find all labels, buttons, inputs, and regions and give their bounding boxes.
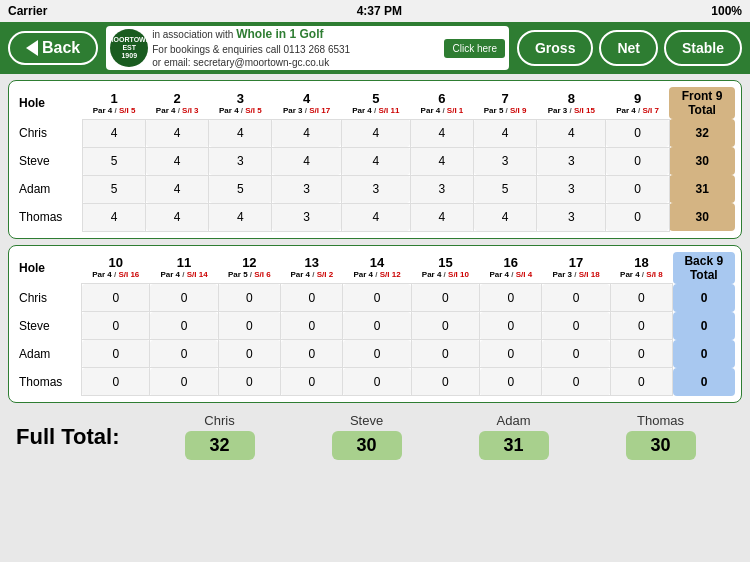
score-cell[interactable]: 0	[480, 284, 542, 312]
score-cell[interactable]: 0	[480, 368, 542, 396]
score-cell[interactable]: 0	[606, 175, 669, 203]
score-cell[interactable]: 0	[606, 147, 669, 175]
score-cell[interactable]: 0	[218, 284, 280, 312]
score-cell[interactable]: 5	[82, 175, 145, 203]
score-cell[interactable]: 3	[474, 147, 537, 175]
ad-logo: MOORTOWNEST1909	[110, 29, 148, 67]
score-cell[interactable]: 4	[410, 119, 473, 147]
full-total-label: Full Total:	[16, 424, 146, 450]
ad-brand: Whole in 1 Golf	[236, 27, 323, 41]
score-cell[interactable]: 0	[610, 312, 672, 340]
hole-label-back: Hole	[15, 252, 82, 284]
score-cell[interactable]: 4	[82, 119, 145, 147]
score-cell[interactable]: 0	[480, 340, 542, 368]
score-cell[interactable]: 3	[537, 147, 606, 175]
score-cell[interactable]: 5	[82, 147, 145, 175]
score-cell[interactable]: 0	[343, 340, 411, 368]
stable-button[interactable]: Stable	[664, 30, 742, 66]
score-cell[interactable]: 0	[610, 368, 672, 396]
score-cell[interactable]: 4	[146, 175, 209, 203]
score-cell[interactable]: 0	[411, 368, 479, 396]
score-cell[interactable]: 4	[474, 203, 537, 231]
score-cell[interactable]: 3	[341, 175, 410, 203]
score-cell[interactable]: 0	[411, 284, 479, 312]
score-cell[interactable]: 3	[537, 203, 606, 231]
score-cell[interactable]: 0	[150, 368, 218, 396]
score-cell[interactable]: 0	[343, 368, 411, 396]
score-cell[interactable]: 0	[281, 312, 343, 340]
player-name: Thomas	[15, 203, 82, 231]
score-cell[interactable]: 0	[480, 312, 542, 340]
score-cell[interactable]: 5	[209, 175, 272, 203]
front9-total-cell: 32	[669, 119, 735, 147]
ad-association: in association with	[152, 29, 236, 40]
score-cell[interactable]: 0	[606, 203, 669, 231]
score-cell[interactable]: 0	[281, 340, 343, 368]
score-cell[interactable]: 0	[82, 284, 150, 312]
score-cell[interactable]: 5	[474, 175, 537, 203]
score-cell[interactable]: 4	[209, 119, 272, 147]
score-cell[interactable]: 0	[542, 340, 610, 368]
score-cell[interactable]: 4	[341, 203, 410, 231]
score-cell[interactable]: 0	[343, 312, 411, 340]
back9-table: Hole 10Par 4 / S/I 16 11Par 4 / S/I 14 1…	[15, 252, 735, 397]
score-cell[interactable]: 3	[209, 147, 272, 175]
score-cell[interactable]: 0	[542, 368, 610, 396]
score-cell[interactable]: 4	[146, 203, 209, 231]
score-cell[interactable]: 0	[150, 340, 218, 368]
score-cell[interactable]: 0	[281, 284, 343, 312]
score-cell[interactable]: 3	[410, 175, 473, 203]
score-cell[interactable]: 0	[218, 368, 280, 396]
score-cell[interactable]: 3	[272, 203, 341, 231]
score-cell[interactable]: 0	[218, 312, 280, 340]
click-here-button[interactable]: Click here	[444, 39, 504, 58]
score-cell[interactable]: 4	[82, 203, 145, 231]
score-cell[interactable]: 0	[610, 340, 672, 368]
score-cell[interactable]: 4	[209, 203, 272, 231]
score-cell[interactable]: 0	[542, 284, 610, 312]
player-total-score: 30	[332, 431, 402, 460]
player-total-score: 30	[626, 431, 696, 460]
score-cell[interactable]: 0	[82, 312, 150, 340]
score-cell[interactable]: 0	[411, 312, 479, 340]
ad-logo-text: MOORTOWNEST1909	[108, 36, 151, 59]
battery-text: 100%	[711, 4, 742, 18]
score-cell[interactable]: 0	[281, 368, 343, 396]
score-cell[interactable]: 0	[411, 340, 479, 368]
hole-16-header: 16Par 4 / S/I 4	[480, 252, 542, 284]
score-cell[interactable]: 4	[146, 147, 209, 175]
carrier-text: Carrier	[8, 4, 47, 18]
score-cell[interactable]: 0	[218, 340, 280, 368]
score-cell[interactable]: 0	[542, 312, 610, 340]
score-cell[interactable]: 3	[272, 175, 341, 203]
hole-3-header: 3Par 4 / S/I 5	[209, 87, 272, 119]
score-cell[interactable]: 0	[82, 368, 150, 396]
back9-total-cell: 0	[673, 368, 735, 396]
score-cell[interactable]: 4	[341, 119, 410, 147]
table-row: Steve54344433030	[15, 147, 735, 175]
score-cell[interactable]: 0	[610, 284, 672, 312]
score-cell[interactable]: 4	[474, 119, 537, 147]
hole-10-header: 10Par 4 / S/I 16	[82, 252, 150, 284]
score-cell[interactable]: 4	[410, 147, 473, 175]
score-cell[interactable]: 3	[537, 175, 606, 203]
back-button[interactable]: Back	[8, 31, 98, 65]
score-cell[interactable]: 4	[410, 203, 473, 231]
score-cell[interactable]: 4	[146, 119, 209, 147]
score-cell[interactable]: 0	[82, 340, 150, 368]
score-cell[interactable]: 0	[150, 312, 218, 340]
gross-button[interactable]: Gross	[517, 30, 593, 66]
score-cell[interactable]: 4	[341, 147, 410, 175]
player-total-col: Chris 32	[146, 413, 293, 460]
score-cell[interactable]: 4	[272, 147, 341, 175]
score-cell[interactable]: 0	[343, 284, 411, 312]
hole-9-header: 9Par 4 / S/I 7	[606, 87, 669, 119]
table-row: Adam0000000000	[15, 340, 735, 368]
score-cell[interactable]: 0	[606, 119, 669, 147]
score-cell[interactable]: 4	[272, 119, 341, 147]
score-cell[interactable]: 0	[150, 284, 218, 312]
front9-total-cell: 31	[669, 175, 735, 203]
hole-6-header: 6Par 4 / S/I 1	[410, 87, 473, 119]
net-button[interactable]: Net	[599, 30, 658, 66]
score-cell[interactable]: 4	[537, 119, 606, 147]
